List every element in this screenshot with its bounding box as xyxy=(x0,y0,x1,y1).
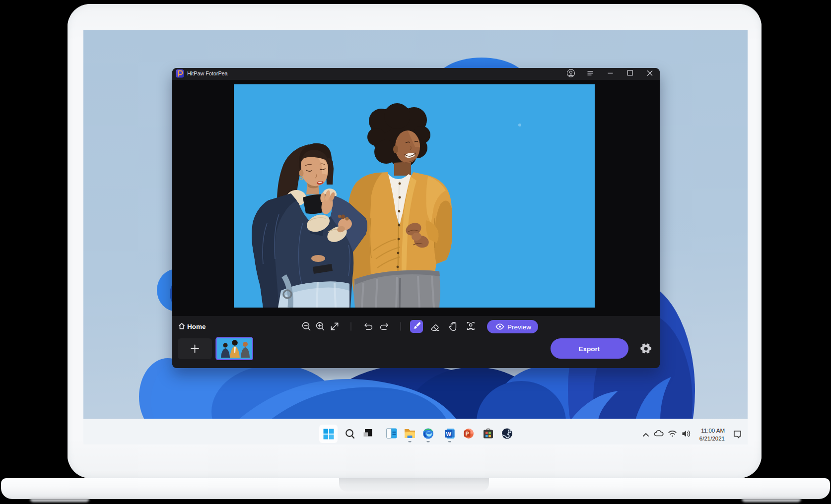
svg-text:Export: Export xyxy=(579,345,600,353)
svg-text:W: W xyxy=(446,431,452,437)
svg-text:Preview: Preview xyxy=(507,323,531,331)
svg-text:11:00 AM: 11:00 AM xyxy=(701,428,725,434)
svg-text:P: P xyxy=(466,431,469,437)
svg-text:HitPaw FotorPea: HitPaw FotorPea xyxy=(187,70,228,76)
svg-text:Home: Home xyxy=(187,323,206,330)
svg-text:6/21/2021: 6/21/2021 xyxy=(699,436,725,441)
